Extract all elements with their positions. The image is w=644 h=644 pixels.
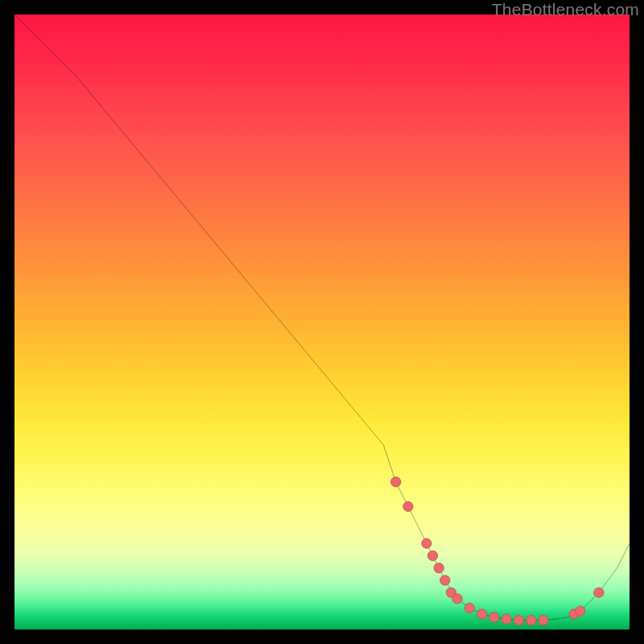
plot-area: [14, 14, 630, 630]
valley-marker: [502, 614, 511, 624]
valley-marker: [514, 615, 523, 625]
valley-marker: [489, 613, 499, 622]
valley-markers: [391, 477, 604, 625]
valley-marker: [452, 594, 462, 604]
valley-marker: [594, 588, 604, 597]
valley-marker: [391, 477, 401, 487]
valley-marker: [422, 539, 431, 548]
valley-marker: [576, 606, 585, 616]
chart-frame: TheBottleneck.com: [0, 0, 644, 644]
valley-marker: [539, 615, 548, 625]
valley-marker: [477, 609, 487, 619]
valley-marker: [464, 603, 474, 613]
valley-marker: [434, 563, 444, 572]
curve-layer: [14, 14, 630, 630]
valley-marker: [526, 615, 536, 625]
watermark-text: TheBottleneck.com: [492, 0, 639, 19]
valley-marker: [403, 502, 413, 511]
valley-marker: [427, 551, 437, 560]
curve-line: [14, 14, 630, 621]
valley-marker: [440, 576, 450, 585]
bottleneck-curve: [14, 14, 630, 621]
